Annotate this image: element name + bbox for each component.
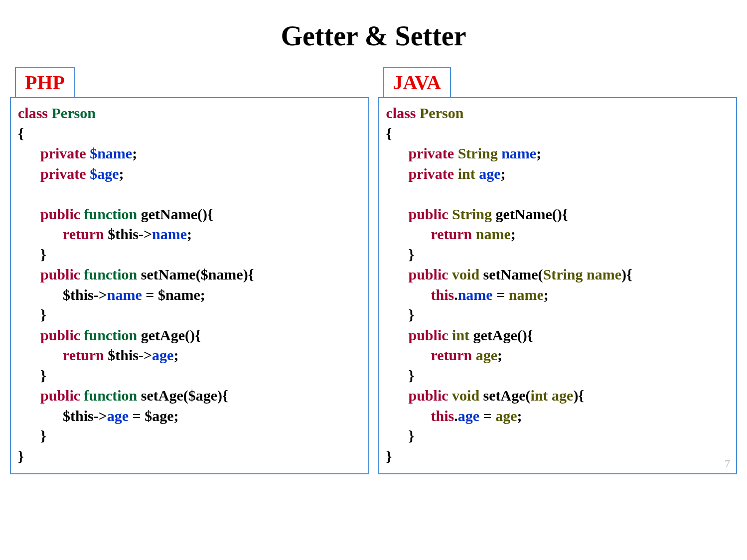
code-token: setAge( <box>483 387 531 404</box>
code-token: age <box>479 165 500 182</box>
code-token: = $name; <box>142 286 205 303</box>
code-token: ; <box>500 165 505 182</box>
code-token: age <box>552 387 573 404</box>
code-token: . <box>454 408 458 424</box>
code-token: ; <box>511 226 516 242</box>
java-label: JAVA <box>383 67 451 98</box>
code-token: class <box>386 105 420 121</box>
code-token: ){ <box>573 387 584 404</box>
code-token: name <box>501 145 536 161</box>
code-token: public <box>18 266 84 282</box>
code-token: $this-> <box>108 347 152 363</box>
code-token: function <box>84 206 141 222</box>
code-token: = <box>479 408 495 424</box>
code-token: name <box>587 266 621 282</box>
code-token: public <box>386 206 452 222</box>
code-token: name <box>476 226 511 242</box>
code-token: ; <box>536 145 541 161</box>
code-token: private <box>18 145 90 161</box>
php-label: PHP <box>15 67 75 98</box>
code-token: ; <box>173 347 178 363</box>
code-token: public <box>18 327 84 343</box>
code-token: { <box>386 125 392 141</box>
code-token: age <box>476 347 497 363</box>
code-token: public <box>18 387 84 404</box>
code-token: void <box>452 387 483 404</box>
code-token: function <box>84 327 141 343</box>
code-token: public <box>386 327 452 343</box>
code-token: int <box>531 387 552 404</box>
code-token: } <box>386 448 392 464</box>
code-token: return <box>386 226 476 242</box>
java-code-box: class Person { private String name; priv… <box>378 97 738 474</box>
code-token: . <box>454 286 458 303</box>
code-token: } <box>18 448 24 464</box>
code-token: } <box>18 246 46 263</box>
code-token: class <box>18 105 48 121</box>
code-token: ; <box>544 286 549 303</box>
code-token: age <box>152 347 173 363</box>
page-number: 7 <box>725 456 730 471</box>
code-token: function <box>84 266 141 282</box>
code-token: void <box>452 266 483 282</box>
code-token: name <box>509 286 544 303</box>
code-token: setName($name){ <box>141 266 254 282</box>
code-token: age <box>495 408 517 424</box>
code-token: String <box>452 206 496 222</box>
code-token: ; <box>119 165 124 182</box>
code-token: name <box>152 226 187 242</box>
columns: PHP class Person { private $name; privat… <box>10 67 737 474</box>
code-token: } <box>18 427 46 444</box>
code-token: getAge(){ <box>473 327 533 343</box>
code-token: private <box>18 165 90 182</box>
code-token: } <box>18 306 46 323</box>
php-column: PHP class Person { private $name; privat… <box>10 67 369 474</box>
page-title: Getter & Setter <box>10 20 737 52</box>
java-column: JAVA class Person { private String name;… <box>378 67 738 474</box>
code-token: Person <box>48 105 96 121</box>
code-token: private <box>386 145 458 161</box>
code-token: int <box>452 327 473 343</box>
code-token: public <box>18 206 84 222</box>
code-token: = $age; <box>129 408 178 424</box>
code-token: } <box>386 427 415 444</box>
code-token: function <box>84 387 141 404</box>
code-token: { <box>18 125 24 141</box>
code-token: getAge(){ <box>141 327 201 343</box>
code-token: name <box>107 286 142 303</box>
code-token: getName(){ <box>141 206 213 222</box>
code-token: public <box>386 266 452 282</box>
code-token: Person <box>420 105 463 121</box>
code-token: } <box>386 306 415 323</box>
code-token: } <box>386 367 415 384</box>
code-token: ; <box>132 145 137 161</box>
code-token: return <box>18 226 108 242</box>
code-token: String <box>458 145 502 161</box>
code-token: $this-> <box>108 226 152 242</box>
php-code-box: class Person { private $name; private $a… <box>10 97 369 474</box>
code-token: setName( <box>483 266 543 282</box>
code-token: setAge($age){ <box>141 387 228 404</box>
code-token: $age <box>90 165 119 182</box>
code-token: return <box>18 347 108 363</box>
code-token: private <box>386 165 458 182</box>
code-token: this <box>386 408 454 424</box>
code-token: $name <box>90 145 132 161</box>
code-token: } <box>18 367 46 384</box>
code-token: } <box>386 246 415 263</box>
code-token: = <box>493 286 509 303</box>
code-token: ){ <box>621 266 632 282</box>
code-token: return <box>386 347 476 363</box>
code-token: age <box>458 408 479 424</box>
code-token: age <box>107 408 129 424</box>
code-token: int <box>458 165 479 182</box>
code-token: String <box>543 266 587 282</box>
code-token: getName(){ <box>496 206 568 222</box>
code-token: name <box>458 286 493 303</box>
code-token: $this-> <box>18 286 107 303</box>
code-token: this <box>386 286 454 303</box>
code-token: ; <box>517 408 522 424</box>
code-token: ; <box>497 347 502 363</box>
code-token: ; <box>187 226 192 242</box>
code-token: public <box>386 387 452 404</box>
